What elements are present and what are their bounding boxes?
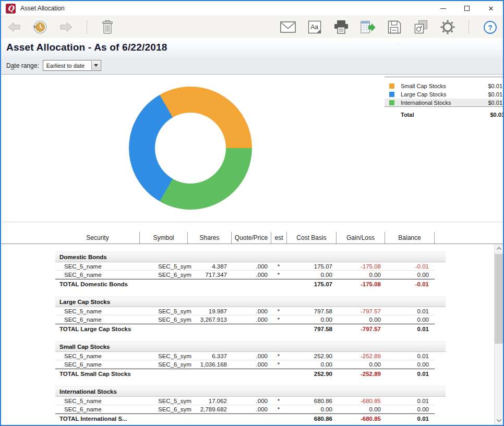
table-row[interactable]: SEC_6_nameSEC_6_sym2,789.682.000*0.000.0… [55, 405, 435, 413]
legend-item[interactable]: International Stocks $0.01 [385, 99, 504, 107]
report-preview-icon [414, 20, 428, 34]
column-header-gain-loss: Gain/Loss [337, 232, 385, 244]
window-title: Asset Allocation [20, 5, 65, 12]
back-arrow-icon [7, 20, 21, 34]
history-clock-icon [32, 19, 48, 35]
legend-total-label: Total [401, 112, 414, 118]
quicken-logo-icon: Q [6, 4, 16, 14]
export-icon [360, 20, 376, 34]
chevron-up-icon [497, 247, 501, 250]
forward-button[interactable] [58, 19, 74, 35]
table-row[interactable]: SEC_5_nameSEC_5_sym4.387.000*175.07-175.… [55, 262, 435, 271]
print-button[interactable] [333, 19, 349, 35]
maximize-button[interactable] [455, 1, 479, 16]
legend-label: International Stocks [401, 100, 451, 106]
help-icon: ? [483, 20, 497, 34]
toolbar: Aa [1, 16, 503, 38]
email-button[interactable] [280, 19, 296, 35]
minimize-button[interactable] [431, 1, 455, 16]
combo-dropdown-button[interactable] [91, 61, 100, 70]
column-header-est: est [271, 232, 287, 244]
page-title-band: Asset Allocation - As of 6/22/2018 [1, 38, 503, 57]
table-scrollbar[interactable] [494, 244, 503, 425]
chevron-down-icon [94, 64, 98, 67]
date-range-value: Earliest to date [46, 63, 85, 69]
section-large-cap-stocks: Large Cap Stocks SEC_5_nameSEC_5_sym19.9… [55, 297, 446, 333]
legend-swatch [389, 83, 394, 89]
date-range-label: Date range: [6, 62, 39, 69]
close-button[interactable]: ✕ [479, 1, 503, 16]
section-header: International Stocks [55, 386, 446, 397]
legend-label: Small Cap Stocks [401, 83, 446, 89]
legend-item[interactable]: Large Cap Stocks $0.01 [385, 90, 504, 99]
print-icon [333, 20, 349, 34]
chart-legend: Small Cap Stocks $0.01 Large Cap Stocks … [385, 77, 504, 119]
minimize-icon [440, 8, 446, 9]
save-icon [388, 20, 401, 34]
toolbar-separator [469, 20, 469, 34]
export-button[interactable] [360, 19, 376, 35]
legend-label: Large Cap Stocks [401, 91, 446, 98]
history-button[interactable] [32, 19, 48, 35]
svg-text:Aa: Aa [310, 23, 318, 31]
column-header-balance: Balance [385, 232, 435, 244]
page-title: Asset Allocation - As of 6/22/2018 [6, 42, 167, 53]
delete-button[interactable] [100, 19, 115, 35]
legend-value: $0.01 [488, 83, 504, 89]
forward-arrow-icon [59, 20, 74, 34]
column-header-symbol: Symbol [140, 232, 188, 244]
font-size-icon: Aa [308, 20, 321, 34]
back-button[interactable] [6, 19, 22, 35]
filter-bar: Date range: Earliest to date [1, 57, 503, 75]
scrollbar-down-button[interactable] [495, 416, 503, 425]
chevron-down-icon [497, 419, 501, 422]
donut-hole [155, 113, 226, 184]
settings-button[interactable] [440, 19, 455, 35]
column-header-cost-basis: Cost Basis [287, 232, 337, 244]
toolbar-separator [87, 20, 87, 34]
title-bar: Q Asset Allocation ✕ [1, 1, 503, 16]
section-total-row[interactable]: TOTAL Small Cap Stocks252.90-252.890.01 [55, 369, 435, 378]
column-header-shares: Shares [188, 232, 232, 244]
maximize-icon [464, 6, 470, 11]
section-header: Small Cap Stocks [55, 342, 446, 352]
table-row[interactable]: SEC_6_nameSEC_6_sym1,036.168.000*0.000.0… [55, 360, 435, 369]
section-total-row[interactable]: TOTAL Domestic Bonds175.07-175.08-0.01 [55, 279, 435, 288]
table-row[interactable]: SEC_6_nameSEC_6_sym3,267.913.000*0.000.0… [55, 315, 435, 324]
date-range-select[interactable]: Earliest to date [43, 60, 101, 71]
font-size-button[interactable]: Aa [307, 19, 322, 35]
table-row[interactable]: SEC_5_nameSEC_5_sym6.337.000*252.90-252.… [55, 352, 435, 360]
scrollbar-up-button[interactable] [495, 244, 503, 253]
legend-value: $0.01 [488, 91, 504, 98]
table-header: Security Symbol Shares Quote/Price est C… [1, 222, 503, 244]
section-header: Large Cap Stocks [55, 297, 446, 307]
column-header-quote-price: Quote/Price [232, 232, 271, 244]
column-header-security: Security [56, 232, 140, 244]
legend-value: $0.01 [488, 100, 504, 106]
table-body: Domestic Bonds SEC_5_nameSEC_5_sym4.387.… [1, 244, 503, 424]
table-row[interactable]: SEC_6_nameSEC_6_sym717.347.000*0.000.000… [55, 271, 435, 279]
save-button[interactable] [387, 19, 402, 35]
chart-area: Small Cap Stocks $0.01 Large Cap Stocks … [1, 75, 503, 222]
legend-swatch [389, 92, 394, 97]
trash-icon [100, 19, 115, 35]
scrollbar-thumb[interactable] [495, 254, 503, 344]
legend-item[interactable]: Small Cap Stocks $0.01 [385, 82, 504, 90]
legend-swatch [389, 100, 394, 105]
table-row[interactable]: SEC_5_nameSEC_5_sym17.062.000*680.86-680… [55, 397, 435, 405]
asset-allocation-donut-chart[interactable] [129, 87, 252, 210]
section-header: Domestic Bonds [55, 252, 446, 262]
gear-icon [440, 19, 455, 35]
report-preview-button[interactable] [413, 19, 429, 35]
section-domestic-bonds: Domestic Bonds SEC_5_nameSEC_5_sym4.387.… [55, 252, 446, 288]
help-button[interactable]: ? [482, 19, 498, 35]
legend-total-value: $0.03 [490, 112, 504, 118]
email-icon [280, 21, 296, 33]
table-row[interactable]: SEC_5_nameSEC_5_sym19.987.000*797.58-797… [55, 307, 435, 315]
section-small-cap-stocks: Small Cap Stocks SEC_5_nameSEC_5_sym6.33… [55, 342, 446, 378]
close-icon: ✕ [488, 5, 494, 12]
legend-total-row: Total $0.03 [385, 110, 504, 119]
section-total-row[interactable]: TOTAL Large Cap Stocks797.58-797.570.01 [55, 324, 435, 333]
section-total-row[interactable]: TOTAL International S...680.86-680.850.0… [55, 413, 435, 423]
asset-allocation-window: Q Asset Allocation ✕ [0, 0, 504, 426]
